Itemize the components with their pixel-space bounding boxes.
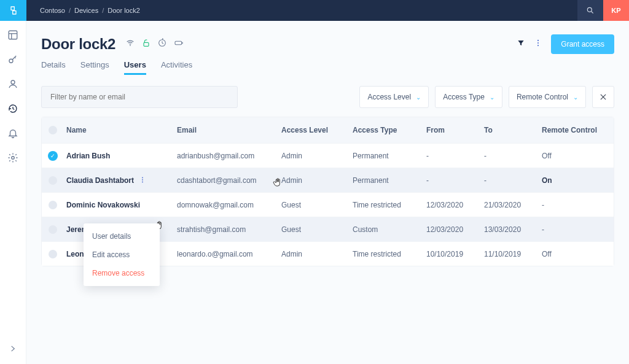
menu-remove-access[interactable]: Remove access bbox=[84, 264, 160, 282]
col-email: Email bbox=[174, 126, 279, 134]
nav-settings-icon[interactable] bbox=[7, 152, 18, 163]
tab-settings[interactable]: Settings bbox=[80, 60, 109, 75]
menu-edit-access[interactable]: Edit access bbox=[84, 246, 160, 264]
col-from: From bbox=[424, 126, 482, 134]
cell-from: - bbox=[424, 176, 482, 185]
cell-email: cdashtabort@gmail.com bbox=[174, 176, 279, 185]
filter-access-level[interactable]: Access Level⌄ bbox=[359, 86, 429, 108]
cell-name: Dominic Novakowski bbox=[66, 201, 140, 209]
cell-from: 12/03/2020 bbox=[424, 225, 482, 234]
table-row[interactable]: Claudia Dashtabortcdashtabort@gmail.comA… bbox=[42, 168, 614, 192]
nav-dashboard-icon[interactable] bbox=[7, 29, 18, 41]
cell-access-type: Permanent bbox=[350, 152, 424, 160]
col-name: Name bbox=[64, 126, 174, 134]
menu-user-details[interactable]: User details bbox=[84, 227, 160, 246]
cell-remote-control: - bbox=[539, 201, 601, 209]
filter-remote-control[interactable]: Remote Control⌄ bbox=[509, 86, 586, 108]
nav-users-icon[interactable] bbox=[7, 79, 18, 90]
cell-remote-control: Off bbox=[539, 152, 601, 160]
more-icon[interactable] bbox=[534, 39, 542, 50]
row-more-icon[interactable] bbox=[139, 176, 146, 185]
users-table: Name Email Access Level Access Type From… bbox=[41, 117, 614, 266]
tabs: Details Settings Users Activities bbox=[41, 60, 614, 75]
col-access-type: Access Type bbox=[350, 126, 424, 134]
cell-from: 12/03/2020 bbox=[424, 201, 482, 209]
cell-remote-control: On bbox=[539, 176, 601, 185]
brand-logo[interactable] bbox=[0, 0, 26, 21]
cell-access-type: Time restricted bbox=[350, 201, 424, 209]
page-title: Door lock2 bbox=[41, 36, 115, 53]
nav-history-icon[interactable] bbox=[7, 103, 18, 114]
cell-email: adrianbush@gmail.com bbox=[174, 152, 279, 160]
tab-users[interactable]: Users bbox=[124, 60, 146, 75]
table-row[interactable]: Jeremi Strahtishstrahtish@gmail.comGuest… bbox=[42, 217, 614, 241]
sync-icon bbox=[157, 38, 167, 50]
main-content: Door lock2 Grant access Details Settings… bbox=[26, 21, 629, 364]
cell-email: domnowak@gmail.com bbox=[174, 201, 279, 209]
cell-email: leonardo.o@gmail.com bbox=[174, 250, 279, 258]
cell-to: 13/03/2020 bbox=[482, 225, 539, 234]
cell-name: Claudia Dashtabort bbox=[66, 176, 134, 185]
cell-to: 21/03/2020 bbox=[482, 201, 539, 209]
cell-access-level: Admin bbox=[279, 176, 350, 185]
col-remote-control: Remote Control bbox=[539, 126, 601, 134]
filter-access-type[interactable]: Access Type⌄ bbox=[435, 86, 502, 108]
table-row[interactable]: Dominic Novakowskidomnowak@gmail.comGues… bbox=[42, 192, 614, 217]
avatar[interactable]: KP bbox=[603, 0, 629, 21]
row-checkbox[interactable]: ✓ bbox=[48, 151, 58, 161]
breadcrumb-section[interactable]: Devices bbox=[74, 7, 98, 14]
tab-activities[interactable]: Activities bbox=[161, 60, 192, 75]
nav-notifications-icon[interactable] bbox=[7, 128, 18, 139]
battery-icon bbox=[173, 38, 184, 50]
cell-access-level: Admin bbox=[279, 250, 350, 258]
row-checkbox[interactable] bbox=[49, 176, 57, 185]
cell-access-type: Permanent bbox=[350, 176, 424, 185]
expand-rail-icon[interactable] bbox=[7, 343, 18, 354]
col-access-level: Access Level bbox=[279, 126, 350, 134]
row-checkbox[interactable] bbox=[49, 225, 57, 234]
cell-access-level: Guest bbox=[279, 201, 350, 209]
cell-remote-control: Off bbox=[539, 250, 601, 258]
row-checkbox[interactable] bbox=[49, 250, 57, 258]
filter-input[interactable] bbox=[41, 86, 238, 108]
cell-access-level: Admin bbox=[279, 152, 350, 160]
filter-icon[interactable] bbox=[517, 39, 525, 50]
grant-access-button[interactable]: Grant access bbox=[551, 34, 614, 54]
cell-email: strahtish@gmail.com bbox=[174, 225, 279, 234]
col-to: To bbox=[482, 126, 539, 134]
cell-remote-control: - bbox=[539, 225, 601, 234]
lock-open-icon bbox=[141, 38, 151, 50]
cell-to: 11/10/2019 bbox=[482, 250, 539, 258]
select-all-checkbox[interactable] bbox=[49, 126, 57, 134]
nav-access-icon[interactable] bbox=[7, 54, 18, 65]
cell-access-level: Guest bbox=[279, 225, 350, 234]
tab-details[interactable]: Details bbox=[41, 60, 66, 75]
table-row[interactable]: ✓Adrian Bushadrianbush@gmail.comAdminPer… bbox=[42, 143, 614, 168]
cell-from: - bbox=[424, 152, 482, 160]
cell-to: - bbox=[482, 176, 539, 185]
cell-to: - bbox=[482, 152, 539, 160]
left-rail bbox=[0, 21, 26, 364]
row-context-menu: User detailsEdit accessRemove access bbox=[84, 223, 160, 286]
cursor-icon bbox=[273, 177, 283, 188]
search-button[interactable] bbox=[577, 0, 603, 21]
cell-name: Adrian Bush bbox=[66, 152, 110, 160]
wifi-icon bbox=[125, 38, 135, 50]
cell-from: 10/10/2019 bbox=[424, 250, 482, 258]
cell-access-type: Custom bbox=[350, 225, 424, 234]
clear-filters-button[interactable] bbox=[592, 86, 614, 108]
topbar: Contoso / Devices / Door lock2 KP bbox=[0, 0, 629, 21]
breadcrumb-item[interactable]: Door lock2 bbox=[107, 7, 140, 14]
row-checkbox[interactable] bbox=[49, 201, 57, 209]
breadcrumb-org[interactable]: Contoso bbox=[40, 7, 65, 14]
breadcrumb: Contoso / Devices / Door lock2 bbox=[26, 0, 140, 21]
cell-access-type: Time restricted bbox=[350, 250, 424, 258]
